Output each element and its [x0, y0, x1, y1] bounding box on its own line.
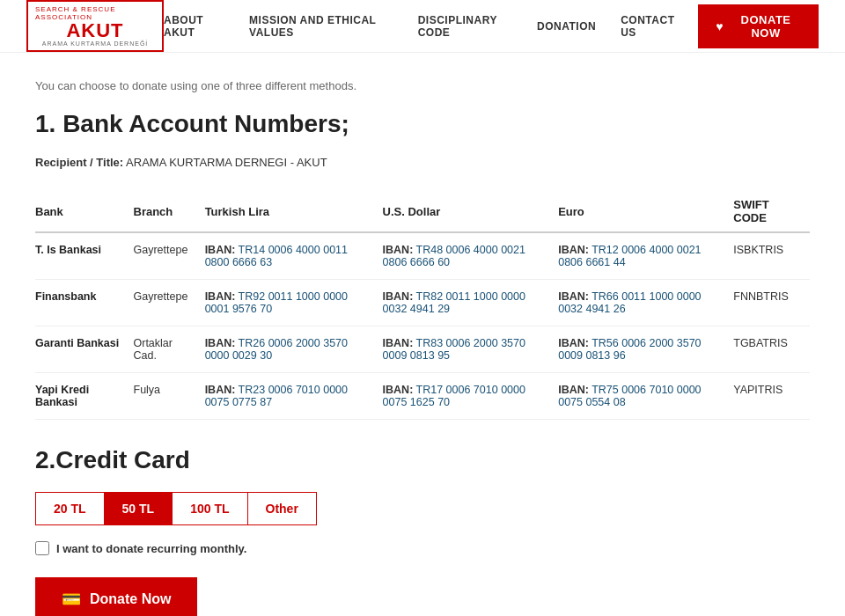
cell-tl: IBAN: TR14 0006 4000 0011 0800 6666 63: [205, 232, 383, 280]
header-donate-button[interactable]: ♥ DONATE NOW: [698, 4, 819, 48]
cell-bank-name: Garanti Bankasi: [35, 326, 134, 373]
donate-now-label: Donate Now: [90, 591, 171, 607]
col-swift: SWIFT CODE: [733, 191, 810, 232]
heart-icon: ♥: [716, 19, 724, 33]
recipient-line: Recipient / Title: ARAMA KURTARMA DERNEG…: [35, 156, 810, 169]
recipient-value: ARAMA KURTARMA DERNEGI - AKUT: [126, 156, 327, 169]
table-row: Yapi Kredi BankasiFulyaIBAN: TR23 0006 7…: [35, 373, 810, 420]
recurring-checkbox[interactable]: [35, 541, 49, 555]
cell-bank-name: T. Is Bankasi: [35, 232, 134, 280]
amount-btn-100-tl[interactable]: 100 TL: [172, 492, 246, 525]
col-bank: Bank: [35, 191, 134, 232]
logo-akut-text: AKUT: [66, 21, 123, 40]
cell-branch: Ortaklar Cad.: [134, 326, 205, 373]
cell-bank-name: Yapi Kredi Bankasi: [35, 373, 134, 420]
cell-swift: TGBATRIS: [733, 326, 810, 373]
cell-eur: IBAN: TR12 0006 4000 0021 0806 6661 44: [558, 232, 733, 280]
cell-usd: IBAN: TR82 0011 1000 0000 0032 4941 29: [383, 280, 559, 326]
logo: SEARCH & RESCUE ASSOCIATION AKUT ARAMA K…: [26, 0, 164, 52]
cell-eur: IBAN: TR66 0011 1000 0000 0032 4941 26: [558, 280, 733, 326]
logo-box: SEARCH & RESCUE ASSOCIATION AKUT ARAMA K…: [26, 0, 164, 52]
nav-mission[interactable]: MISSION AND ETHICAL VALUES: [249, 14, 393, 39]
amount-btn-other[interactable]: Other: [247, 492, 317, 525]
intro-text: You can choose to donate using one of th…: [35, 79, 810, 92]
cell-branch: Gayrettepe: [134, 280, 205, 326]
amount-buttons: 20 TL50 TL100 TLOther: [35, 492, 810, 525]
recipient-label: Recipient / Title:: [35, 156, 123, 169]
recurring-check-row: I want to donate recurring monthly.: [35, 541, 810, 555]
cell-usd: IBAN: TR83 0006 2000 3570 0009 0813 95: [383, 326, 559, 373]
col-branch: Branch: [134, 191, 205, 232]
nav-about[interactable]: ABOUT AKUT: [164, 14, 224, 39]
col-eur: Euro: [558, 191, 733, 232]
main-nav: ABOUT AKUT MISSION AND ETHICAL VALUES DI…: [164, 14, 680, 39]
donate-now-button[interactable]: 💳 Donate Now: [35, 577, 197, 616]
nav-contact[interactable]: CONTACT US: [621, 14, 680, 39]
cell-swift: YAPITRIS: [733, 373, 810, 420]
header: SEARCH & RESCUE ASSOCIATION AKUT ARAMA K…: [0, 0, 845, 53]
nav-donation[interactable]: DONATION: [537, 20, 596, 33]
header-donate-label: DONATE NOW: [731, 13, 801, 40]
nav-disciplinary[interactable]: DISCIPLINARY CODE: [418, 14, 512, 39]
logo-sub-text: ARAMA KURTARMA DERNEĞİ: [42, 40, 149, 47]
cell-tl: IBAN: TR23 0006 7010 0000 0075 0775 87: [205, 373, 383, 420]
cell-branch: Fulya: [134, 373, 205, 420]
cell-swift: ISBKTRIS: [733, 232, 810, 280]
col-usd: U.S. Dollar: [383, 191, 559, 232]
table-row: Garanti BankasiOrtaklar Cad.IBAN: TR26 0…: [35, 326, 810, 373]
amount-btn-20-tl[interactable]: 20 TL: [35, 492, 104, 525]
cell-tl: IBAN: TR92 0011 1000 0000 0001 9576 70: [205, 280, 383, 326]
section2-title: 2.Credit Card: [35, 446, 810, 474]
cell-tl: IBAN: TR26 0006 2000 3570 0000 0029 30: [205, 326, 383, 373]
cell-usd: IBAN: TR48 0006 4000 0021 0806 6666 60: [383, 232, 559, 280]
recurring-label[interactable]: I want to donate recurring monthly.: [56, 542, 246, 555]
cell-swift: FNNBTRIS: [733, 280, 810, 326]
main-content: You can choose to donate using one of th…: [0, 53, 845, 616]
section1-title: 1. Bank Account Numbers;: [35, 110, 810, 138]
card-icon: 💳: [62, 590, 81, 609]
bank-table: Bank Branch Turkish Lira U.S. Dollar Eur…: [35, 191, 810, 420]
amount-btn-50-tl[interactable]: 50 TL: [104, 492, 173, 525]
cell-bank-name: Finansbank: [35, 280, 134, 326]
col-tl: Turkish Lira: [205, 191, 383, 232]
table-row: T. Is BankasiGayrettepeIBAN: TR14 0006 4…: [35, 232, 810, 280]
table-row: FinansbankGayrettepeIBAN: TR92 0011 1000…: [35, 280, 810, 326]
cell-eur: IBAN: TR56 0006 2000 3570 0009 0813 96: [558, 326, 733, 373]
cell-eur: IBAN: TR75 0006 7010 0000 0075 0554 08: [558, 373, 733, 420]
cell-usd: IBAN: TR17 0006 7010 0000 0075 1625 70: [383, 373, 559, 420]
cell-branch: Gayrettepe: [134, 232, 205, 280]
